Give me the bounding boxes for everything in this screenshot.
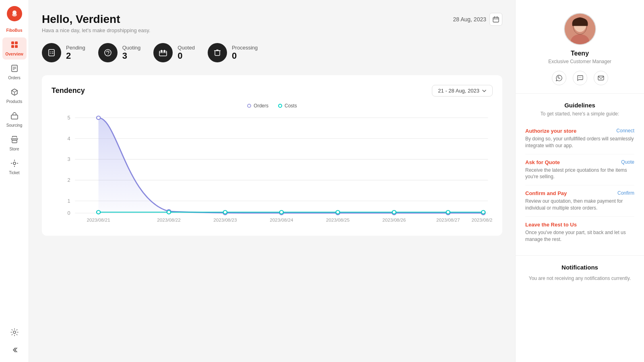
svg-point-1 — [12, 13, 17, 16]
manager-section: Teeny Exclusive Customer Manager — [516, 0, 644, 94]
svg-text:2: 2 — [68, 178, 70, 183]
quote-action-link[interactable]: Quote — [621, 159, 634, 165]
guideline-authorize-header: Authorize your store Connect — [525, 128, 634, 134]
orders-label: Orders — [8, 76, 21, 80]
contact-icons — [552, 71, 608, 85]
sourcing-icon — [10, 112, 19, 122]
svg-text:5: 5 — [68, 115, 70, 121]
svg-text:0: 0 — [68, 210, 70, 216]
settings-button[interactable] — [7, 325, 22, 339]
svg-text:2023/08/27: 2023/08/27 — [436, 218, 460, 223]
tendency-header: Tendency 21 - 28 Aug, 2023 — [52, 85, 493, 97]
svg-text:2023/08/22: 2023/08/22 — [157, 218, 180, 223]
date-range-label: 21 - 28 Aug, 2023 — [438, 88, 479, 94]
products-icon — [10, 88, 19, 98]
stat-quoting: Quoting 3 — [98, 43, 141, 62]
avatar-image — [565, 14, 595, 44]
quoted-info: Quoted 0 — [178, 45, 195, 61]
whatsapp-button[interactable] — [552, 71, 566, 85]
right-panel: Teeny Exclusive Customer Manager — [515, 0, 644, 362]
stats-row: Pending 2 Quoting 3 — [42, 43, 502, 62]
svg-rect-22 — [49, 49, 54, 56]
pending-icon — [42, 43, 61, 62]
svg-text:2023/08/26: 2023/08/26 — [382, 218, 406, 223]
brand-name: FiboBus — [6, 28, 23, 33]
overview-label: Overview — [5, 52, 23, 56]
processing-info: Processing 0 — [232, 45, 258, 61]
chat-button[interactable] — [573, 71, 587, 85]
guidelines-title: Guidelines — [525, 102, 634, 109]
date-display: 28 Aug, 2023 — [453, 13, 502, 26]
guideline-confirm-desc: Review our quotation, then make payment … — [525, 198, 634, 212]
svg-text:2023/08/25: 2023/08/25 — [326, 218, 349, 223]
authorize-action-link[interactable]: Connect — [616, 128, 634, 134]
chart-area: 5 4 3 2 1 0 — [52, 113, 493, 226]
sidebar: FiboBus Overview Orders — [0, 0, 29, 362]
sidebar-bottom — [7, 325, 22, 357]
notifications-title: Notifications — [525, 264, 634, 271]
svg-rect-29 — [159, 51, 167, 56]
tendency-section: Tendency 21 - 28 Aug, 2023 Orders Costs — [42, 75, 502, 236]
legend-costs: Costs — [278, 103, 297, 109]
guideline-confirm: Confirm and Pay Confirm Review our quota… — [525, 185, 634, 217]
svg-point-73 — [578, 77, 579, 78]
ticket-label: Ticket — [9, 171, 19, 175]
pending-info: Pending 2 — [66, 45, 85, 61]
svg-text:2023/08/23: 2023/08/23 — [213, 218, 237, 223]
guideline-confirm-header: Confirm and Pay Confirm — [525, 190, 634, 196]
stat-quoted: Quoted 0 — [153, 43, 195, 62]
svg-point-28 — [107, 54, 108, 55]
svg-rect-3 — [15, 41, 18, 44]
svg-rect-4 — [11, 45, 14, 48]
main-content: Hello, Verdient Hava a nice day, let's m… — [29, 0, 515, 362]
svg-text:4: 4 — [68, 136, 70, 141]
logo-icon — [7, 6, 22, 21]
tendency-chart: 5 4 3 2 1 0 — [52, 113, 493, 226]
svg-point-60 — [481, 210, 485, 214]
current-date: 28 Aug, 2023 — [453, 16, 486, 23]
svg-point-58 — [392, 210, 396, 214]
logo[interactable] — [6, 5, 23, 23]
collapse-button[interactable] — [7, 343, 22, 357]
confirm-action-link[interactable]: Confirm — [617, 190, 634, 196]
guideline-quote-desc: Receive the latest price quotations for … — [525, 167, 634, 181]
date-range-button[interactable]: 21 - 28 Aug, 2023 — [432, 85, 493, 97]
svg-point-55 — [223, 210, 227, 214]
sidebar-item-ticket[interactable]: Ticket — [2, 156, 27, 178]
guideline-quote-header: Ask for Quote Quote — [525, 159, 634, 165]
guideline-leave-title: Leave the Rest to Us — [525, 222, 577, 228]
quoting-label: Quoting — [122, 45, 141, 51]
page-title: Hello, Verdient — [42, 13, 150, 26]
guidelines-section: Guidelines To get started, here's a simp… — [516, 94, 644, 256]
processing-label: Processing — [232, 45, 258, 51]
sourcing-label: Sourcing — [6, 123, 22, 128]
sidebar-item-store[interactable]: Store — [2, 132, 27, 154]
guideline-quote: Ask for Quote Quote Receive the latest p… — [525, 154, 634, 186]
guideline-confirm-title: Confirm and Pay — [525, 190, 567, 196]
svg-point-23 — [50, 51, 51, 52]
legend-orders: Orders — [247, 103, 268, 109]
sidebar-item-overview[interactable]: Overview — [2, 37, 27, 60]
quoted-value: 0 — [178, 51, 195, 61]
sidebar-item-products[interactable]: Products — [2, 85, 27, 107]
notifications-section: Notifications You are not receiving any … — [516, 256, 644, 289]
store-label: Store — [10, 147, 19, 151]
email-button[interactable] — [594, 71, 608, 85]
greeting-section: Hello, Verdient Hava a nice day, let's m… — [42, 13, 150, 33]
orders-icon — [10, 64, 19, 74]
costs-legend-dot — [278, 104, 282, 108]
guideline-leave-header: Leave the Rest to Us — [525, 222, 634, 228]
chart-legend: Orders Costs — [52, 103, 493, 109]
manager-title: Exclusive Customer Manager — [548, 59, 611, 64]
manager-avatar — [564, 13, 596, 45]
stat-processing: Processing 0 — [208, 43, 258, 62]
svg-text:2023/08/24: 2023/08/24 — [270, 218, 293, 223]
processing-icon — [208, 43, 227, 62]
quoted-label: Quoted — [178, 45, 195, 51]
calendar-button[interactable] — [489, 13, 502, 26]
sidebar-item-orders[interactable]: Orders — [2, 61, 27, 83]
sidebar-item-sourcing[interactable]: Sourcing — [2, 109, 27, 131]
svg-rect-10 — [11, 115, 18, 119]
svg-text:2023/08/28: 2023/08/28 — [472, 218, 493, 223]
svg-point-25 — [50, 53, 51, 54]
